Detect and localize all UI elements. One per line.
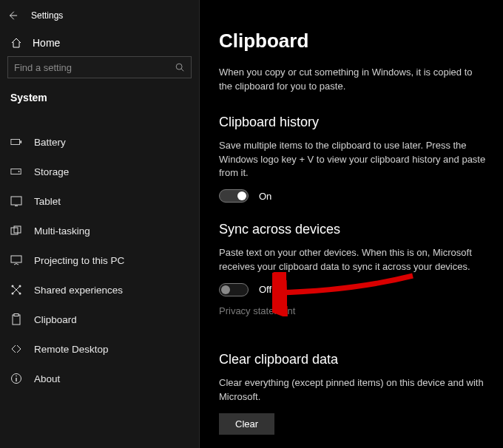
remote-desktop-icon bbox=[10, 343, 22, 355]
history-toggle-row: On bbox=[219, 189, 487, 203]
projecting-icon bbox=[10, 254, 22, 266]
sidebar-item-projecting[interactable]: Projecting to this PC bbox=[0, 245, 199, 275]
sidebar-item-label: Battery bbox=[34, 137, 66, 148]
svg-rect-10 bbox=[11, 256, 21, 262]
history-desc: Save multiple items to the clipboard to … bbox=[219, 139, 487, 181]
privacy-link[interactable]: Privacy statement bbox=[219, 305, 295, 316]
clear-button[interactable]: Clear bbox=[219, 413, 274, 435]
svg-point-12 bbox=[19, 285, 21, 288]
sync-toggle-label: Off bbox=[259, 284, 271, 295]
sidebar-item-multitasking[interactable]: Multi-tasking bbox=[0, 216, 199, 245]
home-link[interactable]: Home bbox=[0, 30, 199, 56]
svg-point-19 bbox=[16, 376, 17, 377]
settings-sidebar: Settings Home System Battery Storage bbox=[0, 0, 200, 448]
sidebar-item-shared-experiences[interactable]: Shared experiences bbox=[0, 275, 199, 305]
back-icon[interactable] bbox=[7, 10, 18, 21]
storage-icon bbox=[10, 166, 22, 177]
svg-point-0 bbox=[176, 64, 182, 69]
history-heading: Clipboard history bbox=[219, 115, 487, 130]
sidebar-item-label: About bbox=[34, 373, 60, 384]
search-box[interactable] bbox=[7, 56, 192, 78]
multitasking-icon bbox=[10, 225, 22, 237]
sidebar-item-label: Shared experiences bbox=[34, 285, 123, 296]
clear-desc: Clear everything (except pinned items) o… bbox=[219, 376, 487, 404]
about-icon bbox=[10, 373, 22, 384]
svg-rect-2 bbox=[11, 139, 20, 144]
svg-rect-6 bbox=[11, 197, 21, 205]
sidebar-item-clipboard[interactable]: Clipboard bbox=[0, 305, 199, 334]
shared-icon bbox=[10, 284, 22, 296]
battery-icon bbox=[10, 136, 22, 148]
clipboard-icon bbox=[10, 313, 22, 325]
clear-heading: Clear clipboard data bbox=[219, 352, 487, 367]
home-icon bbox=[10, 37, 22, 49]
sidebar-item-label: Clipboard bbox=[34, 314, 77, 325]
history-toggle[interactable] bbox=[219, 189, 249, 203]
sidebar-item-about[interactable]: About bbox=[0, 364, 199, 393]
svg-point-11 bbox=[12, 285, 14, 288]
svg-rect-3 bbox=[20, 140, 21, 143]
search-wrap bbox=[0, 56, 199, 86]
sidebar-item-storage[interactable]: Storage bbox=[0, 157, 199, 186]
sync-toggle[interactable] bbox=[219, 283, 249, 296]
sidebar-item-battery[interactable]: Battery bbox=[0, 127, 199, 157]
svg-point-5 bbox=[18, 171, 20, 172]
svg-point-13 bbox=[12, 293, 14, 295]
svg-point-14 bbox=[19, 293, 21, 295]
sidebar-item-label: Tablet bbox=[34, 196, 61, 207]
sidebar-item-tablet[interactable]: Tablet bbox=[0, 186, 199, 216]
sidebar-item-label: Projecting to this PC bbox=[34, 255, 124, 266]
history-toggle-label: On bbox=[259, 191, 271, 202]
main-content: Clipboard When you copy or cut something… bbox=[200, 0, 503, 448]
search-input[interactable] bbox=[14, 62, 175, 73]
section-label: System bbox=[0, 86, 199, 112]
search-icon bbox=[175, 62, 185, 72]
svg-line-1 bbox=[181, 69, 183, 71]
sync-heading: Sync across devices bbox=[219, 222, 487, 237]
sidebar-header: Settings bbox=[0, 6, 199, 30]
sidebar-item-remote-desktop[interactable]: Remote Desktop bbox=[0, 334, 199, 364]
sidebar-item-label: Multi-tasking bbox=[34, 225, 90, 237]
home-label: Home bbox=[33, 37, 60, 49]
page-title: Clipboard bbox=[219, 30, 487, 52]
svg-rect-16 bbox=[14, 314, 18, 316]
nav-list: Battery Storage Tablet Multi-tasking Pro… bbox=[0, 127, 199, 393]
page-intro: When you copy or cut something in Window… bbox=[219, 66, 485, 94]
sync-toggle-row: Off bbox=[219, 283, 487, 296]
sidebar-item-label: Remote Desktop bbox=[34, 344, 109, 355]
app-title: Settings bbox=[31, 10, 63, 21]
sidebar-item-label: Storage bbox=[34, 166, 69, 177]
tablet-icon bbox=[10, 195, 22, 207]
sync-desc: Paste text on your other devices. When t… bbox=[219, 246, 487, 274]
